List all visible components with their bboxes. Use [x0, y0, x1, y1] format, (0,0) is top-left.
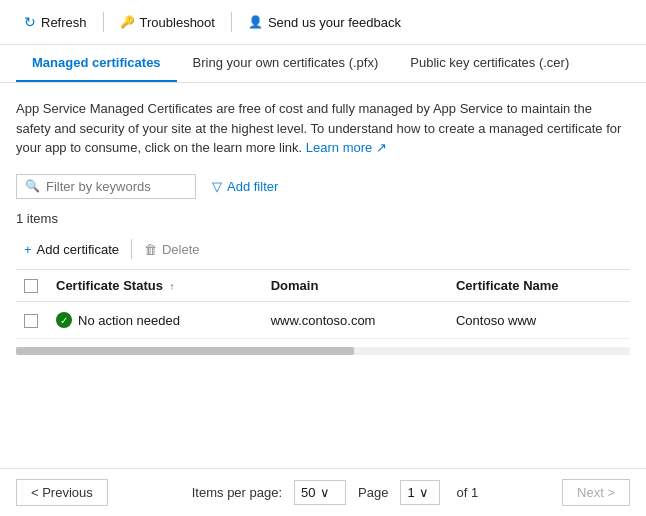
action-bar: + Add certificate 🗑 Delete [16, 238, 630, 270]
chevron-down-icon: ∨ [320, 485, 330, 500]
action-separator [131, 239, 132, 259]
feedback-button[interactable]: 👤 Send us your feedback [240, 11, 409, 34]
troubleshoot-icon: 🔑 [120, 15, 135, 29]
items-per-page-select[interactable]: 50 ∨ [294, 480, 346, 505]
add-filter-button[interactable]: ▽ Add filter [204, 175, 286, 198]
filter-input[interactable] [46, 179, 187, 194]
description-text: App Service Managed Certificates are fre… [16, 99, 630, 158]
toolbar: ↻ Refresh 🔑 Troubleshoot 👤 Send us your … [0, 0, 646, 45]
table-header-row: Certificate Status ↑ Domain Certificate … [16, 270, 630, 302]
page-label: Page [358, 485, 388, 500]
filter-funnel-icon: ▽ [212, 179, 222, 194]
row-name-cell: Contoso www [448, 302, 630, 339]
learn-more-link[interactable]: Learn more ↗ [306, 140, 387, 155]
refresh-label: Refresh [41, 15, 87, 30]
page-of-label: of 1 [456, 485, 478, 500]
footer: < Previous Items per page: 50 ∨ Page 1 ∨… [0, 468, 646, 516]
add-icon: + [24, 242, 32, 257]
delete-button[interactable]: 🗑 Delete [136, 238, 208, 261]
refresh-icon: ↻ [24, 14, 36, 30]
tabs: Managed certificates Bring your own cert… [0, 45, 646, 83]
previous-button[interactable]: < Previous [16, 479, 108, 506]
troubleshoot-label: Troubleshoot [140, 15, 215, 30]
horizontal-scrollbar[interactable] [16, 347, 630, 355]
page-select[interactable]: 1 ∨ [400, 480, 440, 505]
add-certificate-button[interactable]: + Add certificate [16, 238, 127, 261]
certificates-table: Certificate Status ↑ Domain Certificate … [16, 270, 630, 340]
row-checkbox-cell [16, 302, 48, 339]
th-checkbox [16, 270, 48, 302]
filter-row: 🔍 ▽ Add filter [16, 174, 630, 199]
tab-cer-certificates[interactable]: Public key certificates (.cer) [394, 45, 585, 82]
sort-arrow-icon: ↑ [170, 281, 175, 292]
items-count: 1 items [16, 211, 630, 226]
header-checkbox[interactable] [24, 279, 38, 293]
tab-pfx-certificates[interactable]: Bring your own certificates (.pfx) [177, 45, 395, 82]
refresh-button[interactable]: ↻ Refresh [16, 10, 95, 34]
main-content: App Service Managed Certificates are fre… [0, 83, 646, 379]
tab-managed-certificates[interactable]: Managed certificates [16, 45, 177, 82]
page-chevron-icon: ∨ [419, 485, 429, 500]
th-domain: Domain [263, 270, 448, 302]
feedback-label: Send us your feedback [268, 15, 401, 30]
troubleshoot-button[interactable]: 🔑 Troubleshoot [112, 11, 223, 34]
status-success-icon: ✓ [56, 312, 72, 328]
external-link-icon: ↗ [376, 140, 387, 155]
row-domain-cell: www.contoso.com [263, 302, 448, 339]
feedback-icon: 👤 [248, 15, 263, 29]
separator-1 [103, 12, 104, 32]
next-button[interactable]: Next > [562, 479, 630, 506]
delete-icon: 🗑 [144, 242, 157, 257]
status-cell: ✓ No action needed [56, 312, 255, 328]
th-status[interactable]: Certificate Status ↑ [48, 270, 263, 302]
separator-2 [231, 12, 232, 32]
row-checkbox[interactable] [24, 314, 38, 328]
table-row: ✓ No action needed www.contoso.com Conto… [16, 302, 630, 339]
items-per-page-label: Items per page: [192, 485, 282, 500]
row-status-cell: ✓ No action needed [48, 302, 263, 339]
scrollbar-thumb[interactable] [16, 347, 354, 355]
filter-input-wrapper[interactable]: 🔍 [16, 174, 196, 199]
search-icon: 🔍 [25, 179, 40, 193]
th-name: Certificate Name [448, 270, 630, 302]
